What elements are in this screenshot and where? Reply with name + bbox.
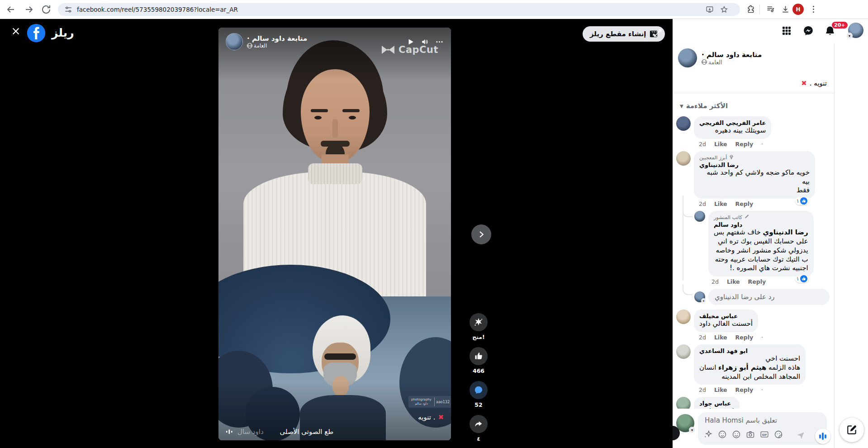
reel-video[interactable]: متابعة داود سالم · العامة CapCut تنويه .… bbox=[218, 28, 451, 440]
comment-sort-dropdown[interactable]: ▼ الأكثر ملاءمة bbox=[680, 102, 728, 110]
comment-bubble[interactable]: كاتب المنشورداود سالمرضا الدنيناوي خاف ش… bbox=[708, 211, 814, 276]
fullscreen-expand-icon[interactable] bbox=[653, 28, 663, 38]
commenter-name[interactable]: ابو فهد الساعدي bbox=[699, 348, 800, 354]
comment-bubble[interactable]: ابو فهد الساعدياحسنت اخي هاذه الزلمه هيث… bbox=[694, 344, 806, 385]
comment-count-label: 52 bbox=[474, 401, 482, 408]
compose-post-button[interactable] bbox=[840, 418, 864, 442]
commenter-avatar[interactable] bbox=[676, 310, 691, 324]
comment-like-count[interactable]: ١ bbox=[795, 275, 809, 283]
extensions-icon[interactable] bbox=[746, 5, 756, 14]
emoji-hearts-icon[interactable] bbox=[718, 430, 727, 441]
post-caption: ✖ تنويه . bbox=[801, 79, 827, 87]
browser-menu-icon[interactable] bbox=[809, 5, 818, 14]
comment-bubble[interactable]: عباس جواداحسنت اخي bbox=[694, 397, 740, 409]
apps-grid-icon[interactable] bbox=[781, 25, 792, 36]
sidebar-channel-avatar[interactable] bbox=[678, 48, 697, 67]
commenter-name[interactable]: داود سالم bbox=[714, 221, 808, 228]
comment-bubble[interactable]: عباس مخيلفأحسنت الغالي داود bbox=[694, 310, 758, 332]
emoji-icon[interactable] bbox=[732, 430, 741, 441]
commenter-avatar[interactable] bbox=[676, 151, 691, 166]
comment-timestamp[interactable]: 2d bbox=[699, 334, 706, 341]
gif-icon[interactable]: GIF bbox=[760, 430, 769, 441]
comment-meta-row: 2dLikeReply· bbox=[699, 334, 830, 341]
comment-meta-row: 2dLikeReply· bbox=[699, 386, 830, 393]
comment-row: عباس جواداحسنت اخي bbox=[676, 397, 830, 409]
comment-reply-button[interactable]: Reply bbox=[748, 278, 766, 285]
comment-timestamp[interactable]: 2d bbox=[699, 200, 706, 207]
comment-like-button[interactable]: Like bbox=[727, 278, 740, 285]
url-bar[interactable]: facebook.com/reel/573559802039786?locale… bbox=[58, 3, 740, 16]
send-comment-icon[interactable] bbox=[796, 431, 805, 440]
composer-input[interactable]: تعليق باسم Hala Homsi GIF bbox=[698, 412, 827, 445]
downloads-icon[interactable] bbox=[781, 5, 790, 14]
comment-like-button[interactable]: Like bbox=[714, 141, 727, 148]
thumb-up-icon bbox=[800, 197, 807, 205]
comment-reply-button[interactable]: Reply bbox=[735, 386, 753, 393]
close-icon[interactable] bbox=[11, 26, 21, 36]
comment-reply-button[interactable]: Reply bbox=[735, 200, 753, 207]
globe-icon bbox=[247, 43, 252, 48]
watermark-code: aao132 bbox=[435, 400, 451, 404]
commenter-name[interactable]: رضا الدنيناوي bbox=[699, 162, 810, 168]
diamond-badge-icon bbox=[729, 154, 734, 161]
reload-icon[interactable] bbox=[41, 4, 52, 15]
privacy-label: العامة bbox=[254, 43, 267, 49]
commenter-name[interactable]: عباس مخيلف bbox=[699, 313, 753, 319]
next-reel-button[interactable] bbox=[471, 224, 491, 244]
commenter-avatar[interactable] bbox=[676, 344, 691, 359]
sidebar-gutter bbox=[835, 43, 868, 448]
url-text: facebook.com/reel/573559802039786?locale… bbox=[77, 6, 238, 13]
browser-profile-avatar[interactable]: H bbox=[792, 4, 804, 15]
sidebar-channel-name[interactable]: متابعة داود سالم · bbox=[702, 51, 762, 59]
comment-meta-row: 2dLikeReply· bbox=[699, 141, 830, 148]
commenter-avatar[interactable] bbox=[694, 211, 705, 222]
camera-icon[interactable] bbox=[746, 430, 755, 441]
composer-avatar-chevron-icon: ▾ bbox=[689, 427, 695, 433]
back-icon[interactable] bbox=[5, 4, 16, 15]
comment-text: رضا الدنيناوي خاف شفتهم بس على حسابك الف… bbox=[714, 228, 808, 273]
capcut-watermark: CapCut bbox=[381, 44, 438, 55]
comment-icon[interactable] bbox=[470, 381, 488, 399]
site-settings-icon[interactable] bbox=[64, 5, 72, 14]
commenter-name[interactable]: عامر الفريجي الفريجي bbox=[699, 119, 766, 126]
comment-like-count[interactable]: ١ bbox=[795, 197, 809, 205]
account-avatar[interactable]: ▾ bbox=[848, 23, 863, 38]
channel-name[interactable]: متابعة داود سالم · bbox=[247, 34, 307, 43]
comment-reply-button[interactable]: Reply bbox=[735, 141, 753, 148]
audio-attribution[interactable]: داود سال طع الصوتى الأصلى bbox=[226, 428, 397, 436]
comments-sidebar: 20+ ▾ متابعة داود سالم · العامة ✖ تنويه … bbox=[673, 19, 868, 448]
reply-input[interactable]: رد على رضا الدنيناوي bbox=[708, 289, 830, 305]
comments-list[interactable]: عامر الفريجي الفريجيسويتلك بينه دهيره2dL… bbox=[673, 114, 834, 409]
commenter-name[interactable]: عباس جواد bbox=[699, 400, 734, 407]
comment-timestamp[interactable]: 2d bbox=[699, 386, 706, 393]
sticker-avatar-icon[interactable] bbox=[704, 430, 713, 441]
comment-timestamp[interactable]: 2d bbox=[699, 141, 706, 148]
commenter-avatar[interactable] bbox=[676, 116, 691, 131]
sidebar-privacy-row: العامة bbox=[702, 59, 762, 66]
comment-like-button[interactable]: Like bbox=[714, 334, 727, 341]
like-rail-item: 466 bbox=[469, 347, 489, 374]
commenter-avatar[interactable] bbox=[676, 397, 691, 409]
share-icon[interactable] bbox=[470, 415, 488, 433]
bookmark-star-icon[interactable] bbox=[720, 5, 728, 14]
sticker-icon[interactable] bbox=[774, 430, 783, 441]
comment-bubble[interactable]: عامر الفريجي الفريجيسويتلك بينه دهيره bbox=[694, 116, 771, 139]
facebook-logo[interactable] bbox=[27, 24, 45, 42]
comment-like-button[interactable]: Like bbox=[714, 386, 727, 393]
media-playlist-icon[interactable] bbox=[766, 5, 775, 14]
voice-clip-button[interactable] bbox=[815, 429, 830, 444]
channel-avatar[interactable] bbox=[226, 33, 243, 50]
comment-timestamp[interactable]: 2d bbox=[711, 278, 719, 285]
caption-divider bbox=[673, 93, 834, 93]
comment-row: أبرز المعجبينرضا الدنيناويخويه ماكو ضجه … bbox=[676, 151, 830, 199]
gift-icon[interactable] bbox=[470, 313, 488, 331]
comment-like-button[interactable]: Like bbox=[714, 200, 727, 207]
sidebar-channel-header: متابعة داود سالم · العامة bbox=[678, 48, 762, 67]
comment-reply-button[interactable]: Reply bbox=[735, 334, 753, 341]
messenger-icon[interactable] bbox=[803, 25, 814, 36]
forward-icon[interactable] bbox=[24, 4, 34, 15]
composer-placeholder: تعليق باسم Hala Homsi bbox=[705, 416, 777, 424]
install-icon[interactable] bbox=[706, 5, 714, 14]
comment-bubble[interactable]: أبرز المعجبينرضا الدنيناويخويه ماكو ضجه … bbox=[694, 151, 815, 199]
like-icon[interactable] bbox=[470, 347, 488, 365]
